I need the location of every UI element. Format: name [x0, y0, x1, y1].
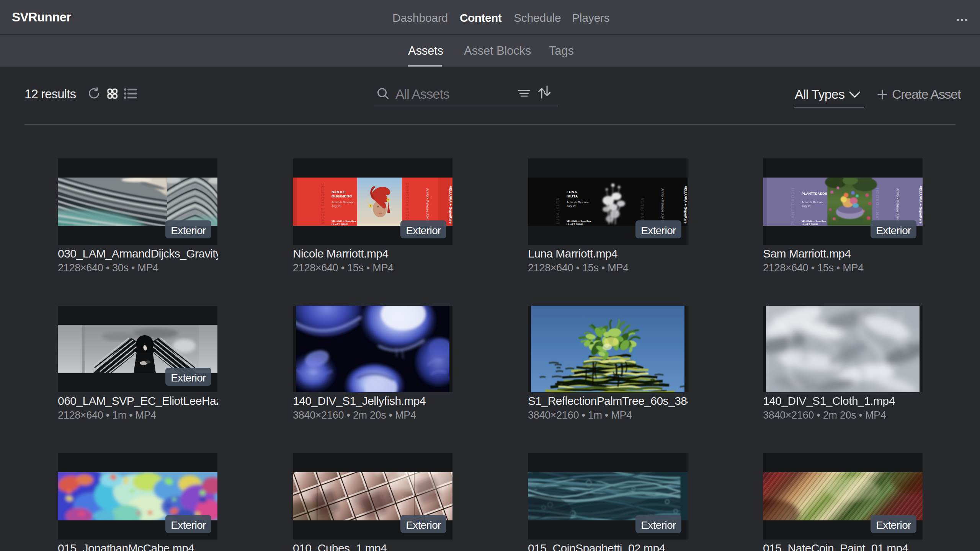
svg-text:VELLUMIA ✦ SuperRare: VELLUMIA ✦ SuperRare [567, 220, 591, 222]
svg-text:PLANTTDADDII: PLANTTDADDII [802, 192, 827, 196]
svg-text:July 29: July 29 [802, 204, 812, 208]
svg-text:LA ART SHOW: LA ART SHOW [802, 223, 818, 225]
svg-text:Artwork Release: Artwork Release [802, 201, 824, 204]
svg-text:LUNA IKUTA: LUNA IKUTA [556, 197, 560, 224]
svg-text:Artwork Release: Artwork Release [567, 201, 589, 204]
svg-text:VELLUMIA ✦ SuperRare: VELLUMIA ✦ SuperRare [919, 186, 923, 223]
svg-text:RUGGIERO: RUGGIERO [332, 194, 352, 198]
svg-text:IKUTA: IKUTA [567, 194, 578, 198]
svg-text:NICOLE: NICOLE [332, 190, 346, 194]
svg-text:Artwork Release July 29: Artwork Release July 29 [896, 188, 900, 223]
svg-text:VELLUMIA ✦ SuperRare: VELLUMIA ✦ SuperRare [802, 220, 826, 222]
svg-text:Artwork Release: Artwork Release [332, 201, 354, 204]
svg-text:VELLUMIA ✦ SuperRare: VELLUMIA ✦ SuperRare [449, 186, 452, 223]
svg-text:NICOLE RUGGIERO: NICOLE RUGGIERO [321, 182, 325, 224]
svg-text:LA ART SHOW: LA ART SHOW [567, 223, 583, 225]
svg-text:VELLUMIA ✦ SuperRare: VELLUMIA ✦ SuperRare [332, 220, 356, 222]
svg-text:Artwork Release July 29: Artwork Release July 29 [661, 188, 665, 223]
svg-text:July 29: July 29 [332, 204, 341, 208]
svg-text:July 29: July 29 [567, 204, 577, 208]
svg-text:NICOLE RUGGIERO: NICOLE RUGGIERO [405, 182, 410, 224]
svg-text:LA ART SHOW: LA ART SHOW [332, 223, 348, 225]
svg-text:LUNA: LUNA [567, 190, 577, 194]
svg-text:VELLUMIA ✦ SuperRare: VELLUMIA ✦ SuperRare [684, 186, 688, 223]
svg-text:PLANTTDADDII: PLANTTDADDII [791, 187, 795, 225]
svg-text:PLANTTDADDII: PLANTTDADDII [875, 187, 880, 225]
svg-text:Artwork Release July 29: Artwork Release July 29 [426, 188, 430, 223]
